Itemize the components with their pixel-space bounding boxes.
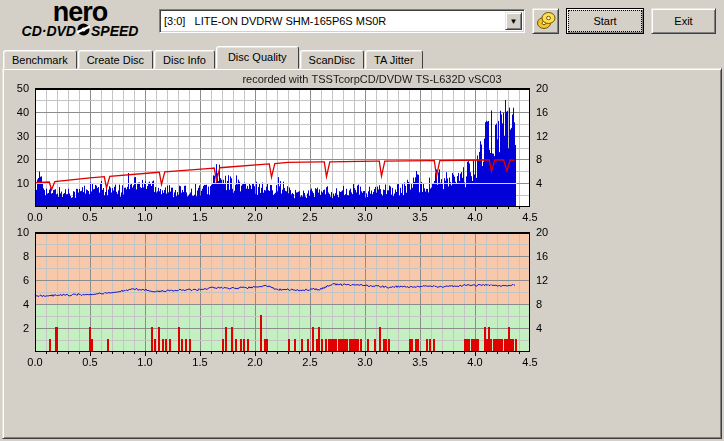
tab-ta-jitter[interactable]: TA Jitter bbox=[365, 50, 423, 69]
quality-scan-charts bbox=[6, 70, 558, 372]
app-logo: nero CD·DVDSPEED bbox=[4, 1, 156, 39]
nero-cd-dvd-speed-window: { "header": { "logo_top": "nero", "logo_… bbox=[0, 0, 724, 441]
exit-button[interactable]: Exit bbox=[651, 8, 716, 34]
tab-disc-quality[interactable]: Disc Quality bbox=[216, 46, 299, 69]
logo-cdvdspeed-text: CD·DVDSPEED bbox=[4, 23, 156, 39]
drive-select-value: [3:0] LITE-ON DVDRW SHM-165P6S MS0R bbox=[160, 15, 505, 27]
start-button[interactable]: Start bbox=[566, 8, 644, 34]
tab-create-disc[interactable]: Create Disc bbox=[78, 50, 153, 69]
tab-benchmark[interactable]: Benchmark bbox=[3, 50, 77, 69]
tab-bar: Benchmark Create Disc Disc Info Disc Qua… bbox=[3, 46, 424, 69]
disc-glyph-icon bbox=[77, 23, 90, 39]
tab-disc-info[interactable]: Disc Info bbox=[154, 50, 215, 69]
discs-icon bbox=[536, 11, 556, 32]
logo-nero-text: nero bbox=[4, 1, 156, 23]
tab-scandisc[interactable]: ScanDisc bbox=[300, 50, 364, 69]
drive-select[interactable]: [3:0] LITE-ON DVDRW SHM-165P6S MS0R ▼ bbox=[159, 9, 525, 33]
drive-select-dropdown-arrow-icon[interactable]: ▼ bbox=[505, 12, 522, 30]
disc-eject-button[interactable] bbox=[532, 8, 559, 34]
